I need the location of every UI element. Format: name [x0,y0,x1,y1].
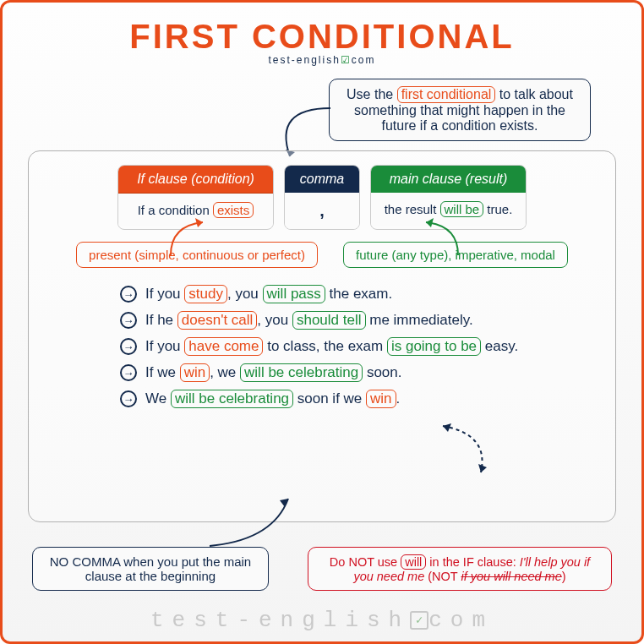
tense-left: present (simple, continuous or perfect) [76,242,318,268]
orange-chip: win [180,363,210,382]
orange-chip: win [366,390,396,408]
example-text: If you have come to class, the exam is g… [145,337,518,356]
arrow-bullet-icon: → [120,312,137,329]
intro-box: Use the first conditional to talk about … [329,79,591,141]
brand-subtitle: test-english☑com [3,54,641,66]
note-no-will: Do NOT use will in the IF clause: I'll h… [308,547,612,591]
intro-pre: Use the [347,87,397,101]
orange-chip: study [184,285,227,303]
nr-close: ) [562,570,566,583]
green-chip: is going to be [387,337,481,356]
main-frame: If clause (condition) If a condition exi… [28,150,616,522]
main-clause-card: main clause (result) the result will be … [370,165,527,230]
if-body-pre: If a condition [138,203,213,217]
main-clause-body: the result will be true. [371,193,526,226]
green-chip: should tell [292,311,366,330]
nr-bad: if you will need me [461,570,561,583]
example-text: If he doesn't call, you should tell me i… [145,311,473,330]
footer-suffix: com [428,608,494,633]
swap-arrow-icon [434,422,502,481]
example-line: →If you have come to class, the exam is … [120,337,600,356]
arrow-bullet-icon: → [120,286,137,303]
main-body-post: true. [483,202,512,216]
comma-card: comma , [284,165,360,230]
green-chip: will be celebrating [240,363,363,382]
orange-chip: have come [184,337,263,356]
footer-text: test-english [150,608,410,633]
example-line: →If he doesn't call, you should tell me … [120,311,600,330]
main-clause-head: main clause (result) [371,166,526,193]
footer-check-icon: ✓ [410,611,428,630]
footer-brand: test-english✓com [3,608,641,633]
comma-body: , [285,193,359,229]
nr-mid: in the IF clause: [426,555,519,569]
if-clause-head: If clause (condition) [118,166,273,194]
green-chip: will pass [263,285,325,303]
tense-row: present (simple, continuous or perfect) … [44,242,600,268]
arrow-bullet-icon: → [120,338,137,355]
examples-list: →If you study, you will pass the exam.→I… [120,285,600,408]
green-chip: will be celebrating [171,390,293,408]
brand-suffix: com [352,54,376,66]
brand-check-icon: ☑ [341,54,352,66]
arrow-bullet-icon: → [120,390,137,407]
nr-pre: Do NOT use [330,555,401,569]
example-line: →If you study, you will pass the exam. [120,285,600,303]
if-clause-card: If clause (condition) If a condition exi… [117,165,274,230]
example-text: We will be celebrating soon if we win. [145,390,400,408]
nr-not: (NOT [424,570,461,583]
if-clause-body: If a condition exists [118,194,273,226]
brand-text: test-english [268,54,340,66]
nr-chip: will [401,554,426,570]
tense-right: future (any type), imperative, modal [343,242,568,268]
clause-row: If clause (condition) If a condition exi… [44,165,600,230]
page-frame: FIRST CONDITIONAL test-english☑com Use t… [0,0,644,644]
example-line: →If we win, we will be celebrating soon. [120,363,600,382]
example-text: If you study, you will pass the exam. [145,285,392,303]
note-no-comma: NO COMMA when you put the main clause at… [32,547,269,591]
main-body-chip: will be [440,201,484,217]
comma-head: comma [285,166,359,193]
page-title: FIRST CONDITIONAL [3,18,641,56]
example-line: →We will be celebrating soon if we win. [120,390,600,408]
orange-chip: doesn't call [177,311,258,330]
intro-chip: first conditional [397,86,496,103]
if-body-chip: exists [213,202,254,218]
arrow-bullet-icon: → [120,364,137,381]
main-body-pre: the result [385,202,440,216]
example-text: If we win, we will be celebrating soon. [145,363,402,382]
